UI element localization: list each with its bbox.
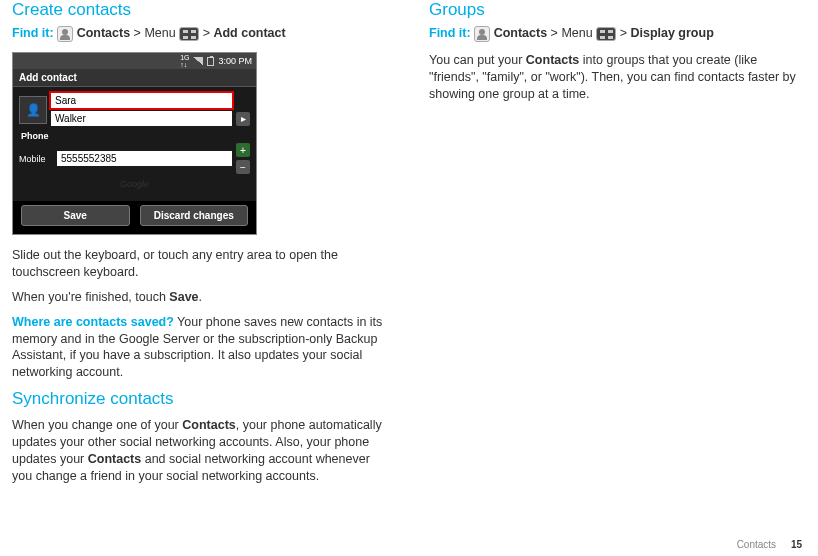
q-where: Where are contacts saved? xyxy=(12,315,174,329)
menu-word: Menu xyxy=(144,26,175,40)
heading-create-contacts: Create contacts xyxy=(12,0,389,20)
p-where-saved: Where are contacts saved? Your phone sav… xyxy=(12,314,389,382)
menu-icon-2 xyxy=(596,27,616,41)
p-finished-a: When you're finished, touch xyxy=(12,290,169,304)
contacts-word: Contacts xyxy=(77,26,130,40)
gt-4: > xyxy=(620,26,627,40)
gt-3: > xyxy=(551,26,558,40)
save-button[interactable]: Save xyxy=(21,205,130,226)
first-name-field[interactable]: Sara xyxy=(51,93,232,108)
add-contact-word: Add contact xyxy=(213,26,285,40)
find-it-label: Find it: xyxy=(12,26,54,40)
p-finished: When you're finished, touch Save. xyxy=(12,289,389,306)
gt-1: > xyxy=(134,26,141,40)
find-it-create: Find it: Contacts > Menu > Add contact xyxy=(12,24,389,42)
screen-title: Add contact xyxy=(13,69,256,87)
p-groups: You can put your Contacts into groups th… xyxy=(429,52,806,103)
status-bar: 1G↑↓ 3:00 PM xyxy=(13,53,256,69)
heading-sync-contacts: Synchronize contacts xyxy=(12,389,389,409)
p-sync-d: Contacts xyxy=(88,452,141,466)
display-group-word: Display group xyxy=(630,26,713,40)
clock-text: 3:00 PM xyxy=(218,56,252,66)
last-name-field[interactable]: Walker xyxy=(51,111,232,126)
menu-word-2: Menu xyxy=(561,26,592,40)
discard-button[interactable]: Discard changes xyxy=(140,205,249,226)
footer-page-number: 15 xyxy=(791,539,802,550)
form-area: 👤 Sara Walker ▸ Phone Mobile 5555552385 xyxy=(13,87,256,201)
signal-1g-icon: 1G↑↓ xyxy=(180,54,189,68)
p-groups-b: Contacts xyxy=(526,53,579,67)
p-groups-a: You can put your xyxy=(429,53,526,67)
phone-section-label: Phone xyxy=(19,129,250,143)
signal-icon xyxy=(193,57,203,65)
contacts-icon-2 xyxy=(474,26,490,42)
mobile-label[interactable]: Mobile xyxy=(19,154,53,164)
battery-icon xyxy=(207,57,214,66)
p-slide-keyboard: Slide out the keyboard, or touch any ent… xyxy=(12,247,389,281)
contacts-word-2: Contacts xyxy=(494,26,547,40)
menu-icon xyxy=(179,27,199,41)
find-it-label-2: Find it: xyxy=(429,26,471,40)
gt-2: > xyxy=(203,26,210,40)
google-watermark: Google xyxy=(19,177,250,195)
expand-name-button[interactable]: ▸ xyxy=(236,112,250,126)
add-phone-button[interactable]: + xyxy=(236,143,250,157)
p-finished-save: Save xyxy=(169,290,198,304)
contact-photo-icon[interactable]: 👤 xyxy=(19,96,47,124)
remove-phone-button[interactable]: − xyxy=(236,160,250,174)
mobile-field[interactable]: 5555552385 xyxy=(57,151,232,166)
heading-groups: Groups xyxy=(429,0,806,20)
p-sync: When you change one of your Contacts, yo… xyxy=(12,417,389,485)
page-footer: Contacts 15 xyxy=(737,539,802,550)
p-finished-c: . xyxy=(199,290,202,304)
footer-section: Contacts xyxy=(737,539,776,550)
p-sync-a: When you change one of your xyxy=(12,418,182,432)
p-sync-b: Contacts xyxy=(182,418,235,432)
contacts-icon xyxy=(57,26,73,42)
find-it-groups: Find it: Contacts > Menu > Display group xyxy=(429,24,806,42)
phone-mockup: 1G↑↓ 3:00 PM Add contact 👤 Sara Walker ▸ xyxy=(12,52,257,235)
